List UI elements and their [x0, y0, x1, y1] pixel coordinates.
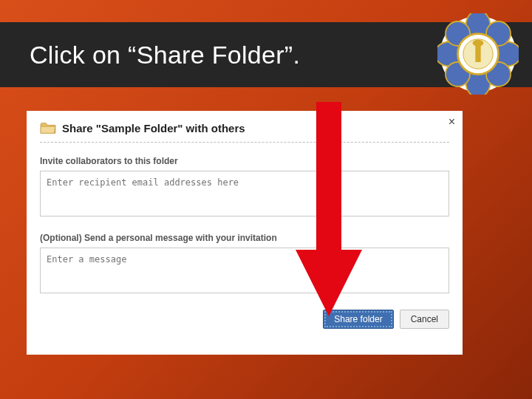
share-dialog: × Share "Sample Folder" with others Invi…	[27, 111, 463, 355]
slide-title: Click on “Share Folder”.	[30, 41, 300, 69]
close-icon[interactable]: ×	[449, 115, 455, 129]
crest-logo	[437, 13, 519, 95]
slide-background: Click on “Share Folder”.	[0, 0, 532, 399]
invite-label: Invite collaborators to this folder	[40, 156, 449, 166]
svg-point-12	[473, 40, 484, 47]
message-field[interactable]	[40, 248, 449, 293]
cancel-button[interactable]: Cancel	[400, 310, 449, 329]
message-label: (Optional) Send a personal message with …	[40, 233, 449, 243]
dialog-button-row: Share folder Cancel	[40, 307, 449, 329]
invite-email-field[interactable]	[40, 171, 449, 216]
dialog-header: Share "Sample Folder" with others	[40, 121, 449, 143]
share-folder-button[interactable]: Share folder	[323, 310, 393, 329]
dialog-title: Share "Sample Folder" with others	[62, 122, 245, 134]
folder-icon	[40, 121, 56, 134]
